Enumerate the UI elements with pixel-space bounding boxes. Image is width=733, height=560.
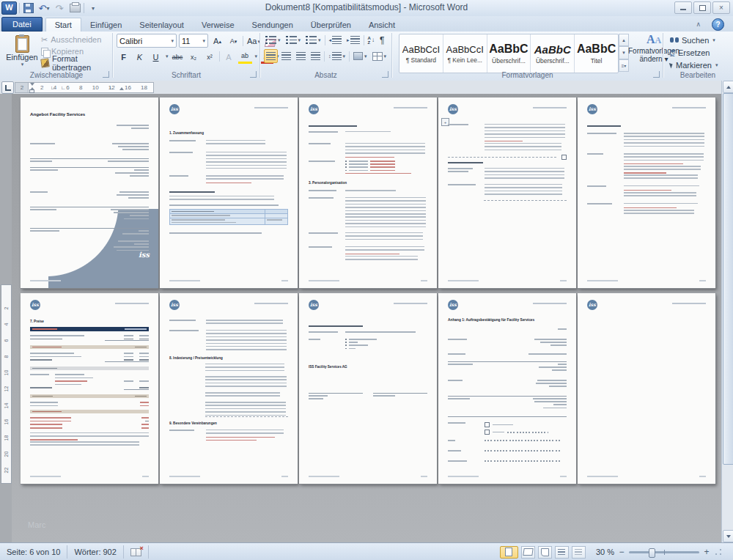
style-ueberschrift1[interactable]: AaBbC Überschrif... bbox=[487, 34, 531, 73]
tab-einfuegen[interactable]: Einfügen bbox=[81, 18, 130, 32]
replace-button[interactable]: abac Ersetzen bbox=[670, 47, 710, 58]
page-thumbnail-2[interactable]: iss 1. Zusammenfassung bbox=[160, 97, 298, 288]
dialog-launcher-icon[interactable] bbox=[382, 71, 388, 78]
multilevel-list-button[interactable]: ▾ bbox=[304, 34, 323, 46]
scrollbar-thumb[interactable] bbox=[723, 93, 733, 465]
dialog-launcher-icon[interactable] bbox=[103, 71, 109, 78]
style-standard[interactable]: AaBbCcI ¶ Standard bbox=[399, 34, 443, 73]
format-painter-button[interactable]: Format übertragen bbox=[41, 57, 111, 69]
subscript-button[interactable]: x₂ bbox=[187, 51, 201, 63]
borders-button[interactable]: ▾ bbox=[371, 50, 388, 62]
checkbox-icon[interactable] bbox=[485, 422, 490, 427]
highlight-dropdown-caret[interactable]: ▾ bbox=[255, 54, 258, 59]
tab-selector-button[interactable] bbox=[1, 81, 14, 94]
tab-stop-marker[interactable]: ∟ bbox=[51, 85, 56, 90]
align-right-button[interactable] bbox=[295, 50, 307, 62]
font-size-select[interactable]: 11▾ bbox=[179, 34, 208, 48]
paste-button[interactable]: Einfügen ▾ bbox=[4, 33, 40, 75]
show-paragraph-marks-button[interactable]: ¶ bbox=[378, 34, 386, 46]
decrease-indent-button[interactable]: ◂ bbox=[328, 34, 344, 46]
checkbox-icon[interactable] bbox=[561, 155, 567, 160]
style-ueberschrift2[interactable]: AaBbC Überschrif... bbox=[531, 34, 575, 73]
left-indent-marker[interactable] bbox=[29, 89, 34, 93]
font-family-select[interactable]: Calibri▾ bbox=[117, 34, 177, 48]
gallery-scroll-up-button[interactable]: ▲ bbox=[619, 34, 629, 46]
scroll-down-button[interactable] bbox=[723, 530, 733, 542]
tab-verweise[interactable]: Verweise bbox=[193, 18, 243, 32]
page-thumbnail-5[interactable]: iss bbox=[578, 97, 715, 288]
help-button[interactable]: ? bbox=[712, 18, 724, 31]
strikethrough-button[interactable]: abc bbox=[171, 51, 185, 63]
tab-ueberpruefen[interactable]: Überprüfen bbox=[302, 18, 360, 32]
minimize-ribbon-icon[interactable]: ∧ bbox=[696, 21, 701, 28]
page-thumbnail-6[interactable]: iss 7. Preise bbox=[21, 293, 158, 484]
page-thumbnail-10[interactable]: iss bbox=[578, 293, 715, 484]
style-kein-leerraum[interactable]: AaBbCcI ¶ Kein Lee... bbox=[443, 34, 487, 73]
line-spacing-button[interactable]: ↕▾ bbox=[327, 50, 347, 62]
window-resize-grip[interactable] bbox=[714, 548, 723, 556]
tab-stop-marker[interactable]: ∟ bbox=[109, 85, 114, 90]
view-draft-button[interactable] bbox=[572, 546, 586, 559]
underline-dropdown-caret[interactable]: ▾ bbox=[166, 54, 169, 59]
view-fullscreen-reading-button[interactable] bbox=[521, 546, 535, 559]
zoom-in-button[interactable]: + bbox=[702, 547, 711, 557]
highlight-color-button[interactable]: ab bbox=[238, 49, 252, 64]
page-thumbnail-4[interactable]: iss + bbox=[438, 97, 576, 288]
justify-button[interactable] bbox=[309, 50, 322, 62]
shrink-font-button[interactable]: A▾ bbox=[226, 34, 240, 47]
vertical-scrollbar[interactable] bbox=[721, 81, 733, 542]
view-print-layout-button[interactable] bbox=[500, 546, 518, 559]
scroll-up-button[interactable] bbox=[723, 81, 733, 93]
bold-button[interactable]: F bbox=[117, 51, 130, 63]
underline-button[interactable]: U bbox=[149, 51, 163, 63]
tab-start[interactable]: Start bbox=[45, 18, 81, 32]
page-thumbnail-3[interactable]: iss 3. Personalorganisation bbox=[299, 97, 437, 288]
align-left-button[interactable] bbox=[264, 49, 278, 63]
view-web-layout-button[interactable] bbox=[538, 546, 552, 559]
tab-datei[interactable]: Datei bbox=[1, 17, 43, 32]
grow-font-button[interactable]: A▴ bbox=[210, 34, 224, 47]
dialog-launcher-icon[interactable] bbox=[653, 71, 660, 78]
bullets-button[interactable]: ▾ bbox=[264, 34, 282, 46]
sort-button[interactable]: AZ↓ bbox=[366, 34, 376, 46]
text-effects-button[interactable]: A bbox=[222, 51, 236, 63]
page-thumbnail-9[interactable]: iss Anhang 1: Auftragsbestätigung für Fa… bbox=[438, 293, 576, 484]
status-page-indicator[interactable]: Seite: 6 von 10 bbox=[0, 545, 67, 559]
document-canvas[interactable]: 24 68 1012 1416 1820 22 iss Angebot Faci… bbox=[0, 94, 733, 542]
status-proofing-button[interactable] bbox=[124, 545, 149, 559]
tab-seitenlayout[interactable]: Seitenlayout bbox=[130, 18, 193, 32]
zoom-level-text[interactable]: 30 % bbox=[596, 548, 614, 556]
shading-button[interactable]: ▾ bbox=[352, 50, 369, 62]
gallery-scroll-down-button[interactable]: ▼ bbox=[619, 46, 629, 59]
checkbox-icon[interactable] bbox=[485, 430, 490, 435]
minimize-button[interactable] bbox=[674, 1, 692, 14]
superscript-button[interactable]: x² bbox=[203, 51, 217, 63]
right-indent-marker[interactable] bbox=[119, 87, 124, 90]
tab-sendungen[interactable]: Sendungen bbox=[243, 18, 302, 32]
select-button[interactable]: Markieren▾ bbox=[670, 59, 718, 70]
page-thumbnail-8[interactable]: iss ISS Facility Services AG bbox=[299, 293, 437, 484]
vertical-ruler[interactable]: 24 68 1012 1416 1820 22 bbox=[1, 284, 12, 484]
numbering-button[interactable]: ▾ bbox=[284, 34, 303, 46]
gallery-more-button[interactable]: ≡▾ bbox=[619, 59, 629, 72]
style-titel[interactable]: AaBbC Titel bbox=[575, 34, 618, 73]
cut-button[interactable]: ✂ Ausschneiden bbox=[41, 34, 101, 45]
page-thumbnail-7[interactable]: iss 8. Indexierung / Preisentwicklung 9.… bbox=[160, 293, 298, 484]
dialog-launcher-icon[interactable] bbox=[250, 71, 257, 78]
restore-button[interactable] bbox=[693, 1, 711, 14]
align-center-button[interactable] bbox=[280, 50, 292, 62]
view-outline-button[interactable] bbox=[555, 546, 569, 559]
first-line-indent-marker[interactable] bbox=[30, 83, 34, 86]
status-word-count[interactable]: Wörter: 902 bbox=[67, 545, 123, 559]
horizontal-ruler[interactable]: 24 68 1012 1618 ∟ ∟ ∟ bbox=[28, 82, 154, 93]
zoom-out-button[interactable]: − bbox=[617, 547, 626, 557]
tab-stop-marker[interactable]: ∟ bbox=[61, 85, 66, 90]
tab-ansicht[interactable]: Ansicht bbox=[360, 18, 404, 32]
find-button[interactable]: Suchen▾ bbox=[670, 34, 715, 45]
zoom-slider-thumb[interactable] bbox=[649, 548, 655, 558]
close-button[interactable]: × bbox=[712, 1, 730, 14]
page-thumbnail-1[interactable]: iss Angebot Facility Services bbox=[21, 97, 158, 288]
italic-button[interactable]: K bbox=[133, 51, 147, 63]
increase-indent-button[interactable]: ▸ bbox=[345, 34, 361, 46]
zoom-slider[interactable] bbox=[629, 551, 699, 553]
